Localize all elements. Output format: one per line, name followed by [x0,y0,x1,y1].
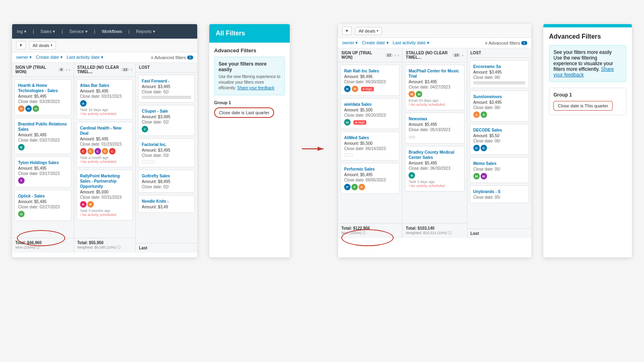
col2-stalled: STALLED (NO CLEAR TIMEL... 23 ‹ MacPhail… [402,48,467,238]
col2-lost: LOST Encoreamc Sa Amount: $3,495 Close d… [467,48,531,238]
deal-card[interactable]: Gofirefly Sales Amount: $8,495 Close dat… [138,170,195,193]
avatar: M [481,173,487,179]
deal-card[interactable]: wieldata Sales Amount: $5,500 Close date… [341,98,400,129]
avatar: H [18,105,25,112]
adv-promo-title: See your filters more easily [553,49,622,55]
owner-filter-2[interactable]: owner ▾ [342,40,358,45]
deal-card[interactable]: RallyPoint Marketing Sales - Partnership… [76,170,133,220]
board-columns-2: SIGN UP (TRIAL WON) 22 ‹ › Rah Rah Inc S… [338,48,531,238]
avatar: D [473,145,480,151]
col-cards-lost: Fast Forward - Amount: $3,495 Close date… [136,72,197,243]
avatar: R [344,86,351,92]
promo-title: See your filters more easily [219,61,281,72]
create-date-filter[interactable]: Create date ▾ [36,55,63,60]
nav-item-workflows[interactable]: Workflows [102,29,122,34]
board-columns: SIGN UP (TRIAL WON) 8 ‹ › Hearth & Home … [12,63,197,253]
col-header-lost: LOST [136,63,197,72]
deal-card[interactable]: Factorial Inc. Amount: $3,495 Close date… [138,138,195,167]
crm-board-panel-1: ing ▾ | Sales ▾ | Service ▾ | Workflows … [12,24,197,257]
advanced-filters-panel: Advanced Filters See your filters more e… [543,24,632,257]
deal-card[interactable]: Performio Sales Amount: $5,495 Close dat… [341,163,400,194]
owner-filter[interactable]: owner ▾ [16,55,32,60]
promo-link[interactable]: Share your feedback [237,86,274,90]
adv-group-box: Group 1 Close date is This quarter [549,88,626,115]
adv-promo-link[interactable]: Share your feedback [553,66,614,78]
deal-card[interactable]: Needle Knits - Amount: $3,49 [138,195,195,213]
deal-card[interactable]: Fast Forward - Amount: $3,495 Close date… [138,75,195,103]
filter-chip[interactable]: Close date is Last quarter [214,107,274,118]
last-activity-filter[interactable]: Last activity date ▾ [67,55,103,60]
avatar: S [473,111,480,118]
filter-group-label: Group 1 [214,100,285,105]
avatar: M [409,91,415,97]
filter-bar: owner ▾ Create date ▾ Last activity date… [12,52,197,63]
col-lost: LOST Fast Forward - Amount: $3,495 Close… [136,63,197,253]
dropdown-btn[interactable]: ▾ [16,41,26,49]
deal-card[interactable]: Newsmax Amount: $5,495 Close date: 05/19… [405,113,464,144]
avatar: C [95,148,101,154]
avatar: P [344,184,351,190]
deal-card[interactable]: Sunstoneinves Amount: $3,495 Close date:… [470,90,529,121]
avatar: R [80,201,87,208]
red-arrow [302,145,326,153]
adv-promo-text: Use the new filtering experience to visu… [553,55,622,78]
deal-card[interactable]: MacPhail Center for Music Trial Amount: … [405,65,464,110]
dropdown-btn-2[interactable]: ▾ [342,27,352,35]
all-deals-btn[interactable]: All deals ▾ [29,41,56,49]
adv-panel-topbar [543,24,632,27]
deal-card[interactable]: Branded Public Relations Sales Amount: $… [14,118,71,154]
avatar: M [416,91,422,97]
deal-card[interactable]: Rah Rah Inc Sales Amount: $8,496 Close d… [341,65,400,96]
avatar: P [359,184,365,190]
all-filters-body: Advanced Filters See your filters more e… [209,43,290,126]
all-deals-btn-2[interactable]: All deals ▾ [355,27,382,35]
deal-card[interactable]: Memo Sales Close date: 05/ M M [470,157,529,183]
deal-card[interactable]: AliMed Sales Amount: $5,500 Close date: … [341,132,400,160]
nav-item-sales[interactable]: Sales ▾ [41,29,56,34]
col2-header-stalled: STALLED (NO CLEAR TIMEL... 23 ‹ [402,48,466,62]
deal-card[interactable]: Hearth & Home Technologies - Sales Amoun… [14,79,71,115]
deal-card[interactable]: DECODE Sales Amount: $5,50 Close date: 0… [470,124,529,155]
adv-filters-promo: See your filters more easily Use the new… [214,57,285,95]
advanced-filters-btn[interactable]: ≡ Advanced filters 1 [151,55,193,60]
avatar: R [87,201,94,208]
advanced-filters-btn-2[interactable]: ≡ Advanced filters 1 [485,41,527,45]
avatar: B [18,144,25,150]
avatar: S [481,111,487,118]
deal-card[interactable]: Cardinal Health - New Deal Amount: $5,49… [76,122,133,167]
deal-card[interactable]: Atlas Bar Sales Amount: $5,495 Close dat… [76,79,133,119]
col2-cards-stalled: MacPhail Center for Music Trial Amount: … [402,62,466,223]
deal-card[interactable]: Unybrands - S Close date: 05/ [470,185,529,203]
avatar: C [102,148,108,154]
last-activity-filter-2[interactable]: Last activity date ▾ [393,40,429,45]
deal-card[interactable]: Encoreamc Sa Amount: $3,495 Close date: … [470,60,529,88]
col-header-stalled: STALLED (NO CLEAR TIMEL... 13 ‹ [74,63,136,77]
col2-footer-lost: Lost [467,228,531,238]
avatar: W [344,119,351,125]
avatar: C [142,126,148,132]
avatar: A [80,100,87,107]
filter-bar-2: owner ▾ Create date ▾ Last activity date… [338,38,531,48]
crm-board-panel-2: ▾ All deals ▾ owner ▾ Create date ▾ Last… [338,24,531,257]
nav-item-reports[interactable]: Reports ▾ [136,29,155,34]
col-cards-stalled: Atlas Bar Sales Amount: $5,495 Close dat… [74,77,136,238]
col2-header-lost: LOST [467,48,531,58]
col-stalled: STALLED (NO CLEAR TIMEL... 13 ‹ Atlas Ba… [74,63,136,253]
create-date-filter-2[interactable]: Create date ▾ [362,40,389,45]
col-header-signup: SIGN UP (TRIAL WON) 8 ‹ › [12,63,74,77]
col2-cards-lost: Encoreamc Sa Amount: $3,495 Close date: … [467,58,531,228]
avatar: C [109,148,116,154]
deal-card[interactable]: Tyton Holdings Sales Amount: $5,495 Clos… [14,156,71,187]
deal-card[interactable]: CSuper - Sale Amount: $3,495 Close date:… [138,105,195,136]
avatar: D [481,145,487,151]
all-filters-header: All Filters [209,24,290,43]
nav-item-ing[interactable]: ing ▾ [17,29,27,34]
toolbar-2: ▾ All deals ▾ [338,24,531,38]
deal-card[interactable]: Optick - Sales Amount: $5,495 Close date… [14,190,71,221]
col-sign-up: SIGN UP (TRIAL WON) 8 ‹ › Hearth & Home … [12,63,74,253]
adv-group-title: Group 1 [553,92,622,98]
adv-promo-box: See your filters more easily Use the new… [549,45,626,82]
adv-filter-chip[interactable]: Close date is This quarter [553,101,613,111]
deal-card[interactable]: Bradley County Medical Center Sales Amou… [405,146,464,191]
nav-item-service[interactable]: Service ▾ [69,29,88,34]
